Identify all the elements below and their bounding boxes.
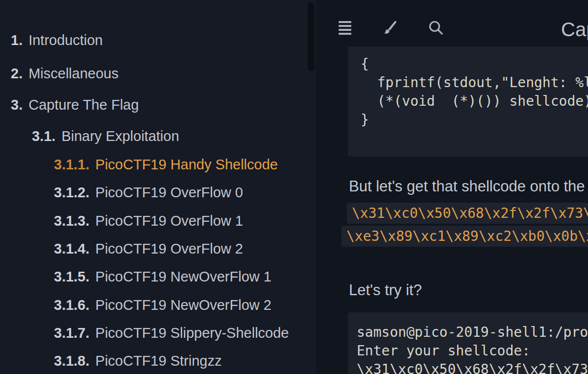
code-block-terminal: samson@pico-2019-shell1:/problems/handy-… xyxy=(348,312,588,374)
sidebar-item-slippery-shellcode[interactable]: 3.1.7.PicoCTF19 Slippery-Shellcode xyxy=(54,324,289,342)
chapter-number: 3.1.3. xyxy=(54,213,90,229)
app-root: 1.Introduction 2.Miscellaneous 3.Capture… xyxy=(0,0,588,374)
chapter-number: 3.1.2. xyxy=(54,185,90,200)
sidebar-item-handy-shellcode-active[interactable]: 3.1.1.PicoCTF19 Handy Shellcode xyxy=(54,155,278,174)
code-line: fprintf(stdout,"Lenght: %lu\n",strlen(sh… xyxy=(361,73,588,92)
terminal-line: \x31\xc0\x50\x68\x2f\x2f\x73\x68\x68\x2f… xyxy=(357,360,588,374)
sidebar-item-newoverflow-1[interactable]: 3.1.5.PicoCTF19 NewOverFlow 1 xyxy=(54,267,271,286)
paragraph-lets-try: Let's try it? xyxy=(349,280,422,300)
code-line: (*(void (*)()) shellcode)(); xyxy=(361,92,588,111)
sidebar-item-overflow-0[interactable]: 3.1.2.PicoCTF19 OverFlow 0 xyxy=(54,183,243,202)
chapter-label: Introduction xyxy=(28,32,103,48)
chapter-number: 3.1.4. xyxy=(54,241,90,257)
sidebar-scrollbar-thumb[interactable] xyxy=(308,2,315,71)
page-scroll-region: { fprintf(stdout,"Lenght: %lu\n",strlen(… xyxy=(316,0,588,374)
chapter-number: 3.1.1. xyxy=(54,157,90,172)
menu-icon[interactable] xyxy=(339,21,351,35)
content-area: { fprintf(stdout,"Lenght: %lu\n",strlen(… xyxy=(316,0,588,374)
code-line: } xyxy=(361,111,588,129)
paragraph-get-shellcode: But let's get that shellcode onto the pr… xyxy=(349,177,588,196)
terminal-line: Enter your shellcode: xyxy=(357,342,588,360)
chapter-label: PicoCTF19 Handy Shellcode xyxy=(96,157,278,172)
book-title[interactable]: Capture The Flag xyxy=(561,18,588,41)
sidebar-item-newoverflow-2[interactable]: 3.1.6.PicoCTF19 NewOverFlow 2 xyxy=(54,296,271,314)
chapter-number: 3.1. xyxy=(32,128,55,144)
code-block-c-source: { fprintf(stdout,"Lenght: %lu\n",strlen(… xyxy=(348,43,588,157)
chapter-number: 3.1.6. xyxy=(54,297,90,313)
sidebar-item-introduction[interactable]: 1.Introduction xyxy=(11,31,103,49)
chapter-label: PicoCTF19 OverFlow 1 xyxy=(96,213,243,229)
inline-code-shellcode-line1: \x31\xc0\x50\x68\x2f\x2f\x73\x68\x68\x2f… xyxy=(347,203,588,224)
sidebar-item-miscellaneous[interactable]: 2.Miscellaneous xyxy=(11,64,119,83)
chapter-number: 3.1.7. xyxy=(54,325,90,341)
chapter-label: Capture The Flag xyxy=(28,97,139,113)
chapter-label: PicoCTF19 NewOverFlow 2 xyxy=(96,297,271,313)
terminal-prompt-line: samson@pico-2019-shell1:/problems/handy-… xyxy=(357,323,588,342)
inline-code-shellcode-line2: \xe3\x89\xc1\x89\xc2\xb0\x0b\xcd\x80\x31… xyxy=(342,226,588,247)
chapter-label: PicoCTF19 OverFlow 2 xyxy=(96,241,243,257)
chapter-label: PicoCTF19 NewOverFlow 1 xyxy=(96,269,271,284)
sidebar-item-capture-the-flag[interactable]: 3.Capture The Flag xyxy=(11,95,139,114)
chapter-label: PicoCTF19 Slippery-Shellcode xyxy=(96,325,289,341)
chapter-number: 3. xyxy=(11,97,23,113)
chapter-number: 1. xyxy=(11,32,23,48)
search-icon[interactable] xyxy=(428,20,444,38)
paintbrush-icon[interactable] xyxy=(382,19,398,38)
chapter-label: Miscellaneous xyxy=(28,66,119,81)
chapter-number: 2. xyxy=(11,66,23,81)
menu-bar: Capture The Flag xyxy=(316,0,588,47)
sidebar-item-binary-exploitation[interactable]: 3.1.Binary Exploitation xyxy=(32,127,179,145)
chapter-label: PicoCTF19 OverFlow 0 xyxy=(96,185,243,200)
chapter-number: 3.1.8. xyxy=(54,353,90,369)
sidebar-item-overflow-1[interactable]: 3.1.3.PicoCTF19 OverFlow 1 xyxy=(54,211,243,230)
code-line: { xyxy=(361,55,588,73)
sidebar-item-stringzz[interactable]: 3.1.8.PicoCTF19 Stringzz xyxy=(54,351,221,370)
chapter-label: Binary Exploitation xyxy=(61,128,179,144)
sidebar: 1.Introduction 2.Miscellaneous 3.Capture… xyxy=(0,0,316,374)
chapter-label: PicoCTF19 Stringzz xyxy=(96,353,222,369)
sidebar-scrollbar xyxy=(307,0,316,374)
chapter-number: 3.1.5. xyxy=(54,269,90,284)
sidebar-item-overflow-2[interactable]: 3.1.4.PicoCTF19 OverFlow 2 xyxy=(54,239,243,258)
